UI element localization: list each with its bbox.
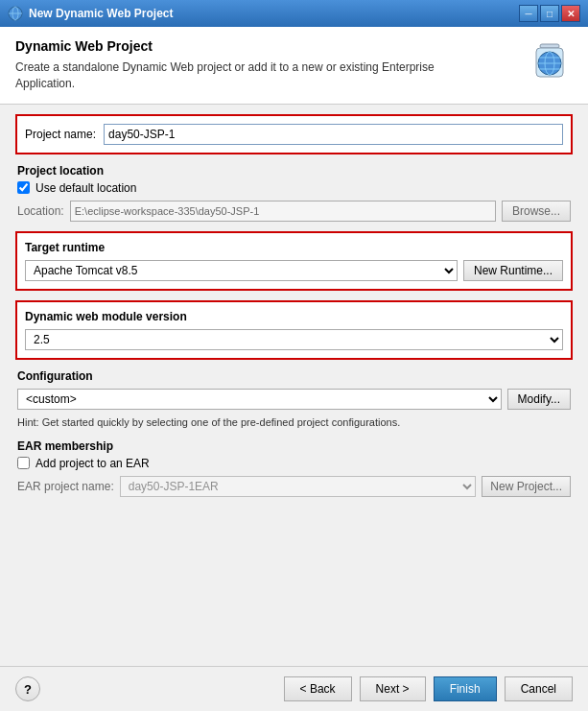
configuration-title: Configuration: [17, 369, 571, 383]
cancel-button[interactable]: Cancel: [505, 676, 573, 701]
module-version-group: Dynamic web module version 2.5 3.0 3.1 4…: [15, 300, 573, 360]
svg-rect-3: [540, 44, 559, 48]
runtime-row: Apache Tomcat v8.5 New Runtime...: [25, 260, 563, 281]
runtime-title: Target runtime: [25, 241, 563, 254]
project-name-group: Project name:: [15, 114, 573, 154]
project-name-label: Project name:: [25, 128, 96, 141]
modify-button[interactable]: Modify...: [507, 389, 571, 410]
dialog-body: Dynamic Web Project Create a standalone …: [0, 27, 588, 711]
ear-title: EAR membership: [17, 439, 571, 453]
module-version-select[interactable]: 2.5 3.0 3.1 4.0: [25, 329, 563, 350]
ear-name-select[interactable]: day50-JSP-1EAR: [120, 476, 477, 497]
target-runtime-group: Target runtime Apache Tomcat v8.5 New Ru…: [15, 231, 573, 291]
ear-name-label: EAR project name:: [17, 480, 114, 493]
ear-checkbox[interactable]: [17, 457, 30, 469]
window-controls: ─ □ ✕: [519, 5, 580, 22]
ear-checkbox-label: Add project to an EAR: [35, 457, 150, 470]
project-icon: [527, 38, 573, 84]
button-bar: ? < Back Next > Finish Cancel: [0, 666, 588, 711]
browse-button[interactable]: Browse...: [502, 201, 571, 222]
new-project-button[interactable]: New Project...: [482, 476, 571, 497]
ear-name-row: EAR project name: day50-JSP-1EAR New Pro…: [17, 476, 571, 497]
configuration-select[interactable]: <custom> Default Configuration for Apach…: [17, 389, 502, 410]
main-content: Project name: Project location Use defau…: [0, 105, 588, 666]
new-runtime-button[interactable]: New Runtime...: [463, 260, 563, 281]
next-button[interactable]: Next >: [360, 676, 426, 701]
use-default-location-row: Use default location: [17, 181, 571, 195]
dialog-title: Dynamic Web Project: [15, 38, 476, 54]
minimize-button[interactable]: ─: [519, 5, 538, 22]
configuration-hint: Hint: Get started quickly by selecting o…: [17, 415, 571, 430]
dialog-description: Create a standalone Dynamic Web project …: [15, 59, 476, 92]
location-title: Project location: [17, 164, 571, 178]
use-default-label: Use default location: [35, 181, 136, 195]
configuration-section: Configuration <custom> Default Configura…: [15, 369, 573, 430]
maximize-button[interactable]: □: [540, 5, 559, 22]
window-icon: [8, 6, 23, 21]
runtime-select[interactable]: Apache Tomcat v8.5: [25, 260, 458, 281]
ear-membership-section: EAR membership Add project to an EAR EAR…: [15, 439, 573, 497]
finish-button[interactable]: Finish: [434, 676, 497, 701]
title-bar: New Dynamic Web Project ─ □ ✕: [0, 0, 588, 27]
module-version-title: Dynamic web module version: [25, 310, 563, 323]
location-label: Location:: [17, 204, 64, 218]
use-default-checkbox[interactable]: [17, 181, 30, 194]
help-button[interactable]: ?: [15, 676, 40, 701]
ear-checkbox-row: Add project to an EAR: [17, 457, 571, 470]
back-button[interactable]: < Back: [284, 676, 352, 701]
close-button[interactable]: ✕: [561, 5, 580, 22]
project-location-section: Project location Use default location Lo…: [15, 164, 573, 222]
window-title: New Dynamic Web Project: [29, 7, 519, 20]
location-input[interactable]: [70, 201, 496, 222]
header-text: Dynamic Web Project Create a standalone …: [15, 38, 476, 92]
location-row: Location: Browse...: [17, 201, 571, 222]
dialog-header: Dynamic Web Project Create a standalone …: [0, 27, 588, 105]
configuration-row: <custom> Default Configuration for Apach…: [17, 389, 571, 410]
project-name-input[interactable]: [104, 124, 563, 145]
